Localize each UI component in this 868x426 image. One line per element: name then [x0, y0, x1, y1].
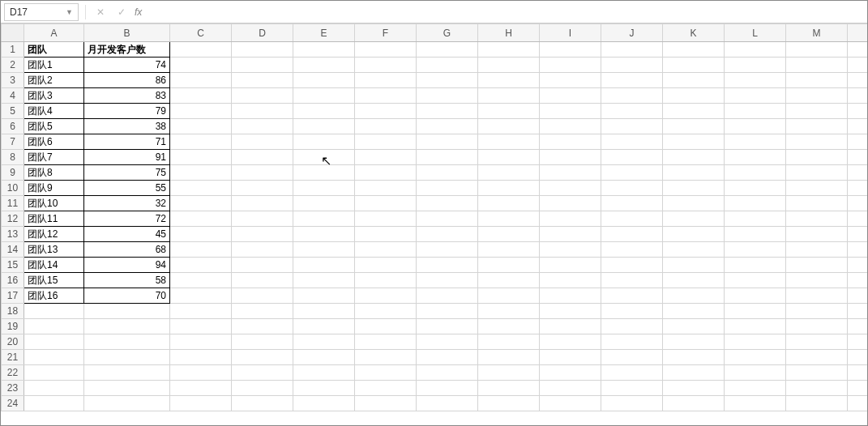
cell[interactable]: [478, 165, 540, 181]
cell[interactable]: [355, 134, 417, 150]
cell[interactable]: [170, 350, 232, 365]
cell[interactable]: [84, 304, 170, 319]
cell[interactable]: [786, 227, 848, 242]
cell[interactable]: [786, 73, 848, 88]
cell[interactable]: [478, 211, 540, 227]
cell[interactable]: [24, 381, 84, 396]
cell[interactable]: [848, 119, 868, 134]
cell[interactable]: [540, 104, 601, 119]
cell[interactable]: [170, 227, 232, 242]
cell[interactable]: [417, 42, 478, 58]
cell[interactable]: [786, 58, 848, 73]
cell[interactable]: [232, 365, 293, 381]
col-header[interactable]: B: [84, 24, 170, 42]
cell[interactable]: [786, 104, 848, 119]
cell[interactable]: [84, 334, 170, 350]
cell[interactable]: [478, 134, 540, 150]
cell[interactable]: [478, 273, 540, 288]
cell[interactable]: 团队3: [24, 88, 84, 104]
cell[interactable]: [786, 319, 848, 334]
row-header[interactable]: 1: [2, 42, 24, 58]
cell[interactable]: [540, 396, 601, 411]
row-header[interactable]: 16: [2, 273, 24, 288]
cell[interactable]: [540, 88, 601, 104]
cell[interactable]: [170, 304, 232, 319]
cell[interactable]: [24, 365, 84, 381]
cell[interactable]: [478, 73, 540, 88]
cell[interactable]: [725, 42, 786, 58]
cell[interactable]: [170, 104, 232, 119]
cell[interactable]: [293, 88, 355, 104]
cell[interactable]: [355, 119, 417, 134]
cell[interactable]: [293, 304, 355, 319]
cell[interactable]: [293, 104, 355, 119]
cell[interactable]: 94: [84, 258, 170, 273]
cell[interactable]: [478, 396, 540, 411]
cell[interactable]: [725, 104, 786, 119]
cell[interactable]: [170, 334, 232, 350]
cell[interactable]: [540, 273, 601, 288]
cell[interactable]: 91: [84, 150, 170, 165]
cell[interactable]: [601, 104, 663, 119]
cell[interactable]: [232, 119, 293, 134]
row-header[interactable]: 6: [2, 119, 24, 134]
cell[interactable]: [663, 288, 725, 304]
cell[interactable]: [848, 134, 868, 150]
cell[interactable]: [170, 396, 232, 411]
cell[interactable]: [663, 273, 725, 288]
cell[interactable]: [355, 288, 417, 304]
cell[interactable]: 团队10: [24, 196, 84, 211]
cell[interactable]: [786, 288, 848, 304]
cell[interactable]: [848, 211, 868, 227]
cell[interactable]: [293, 242, 355, 258]
col-header[interactable]: D: [232, 24, 293, 42]
cell[interactable]: [355, 381, 417, 396]
cell[interactable]: [417, 88, 478, 104]
cell[interactable]: [355, 211, 417, 227]
cell[interactable]: [355, 150, 417, 165]
cell[interactable]: [232, 396, 293, 411]
cell[interactable]: [293, 227, 355, 242]
cell[interactable]: [786, 165, 848, 181]
cell[interactable]: [848, 334, 868, 350]
cell[interactable]: [663, 58, 725, 73]
cell[interactable]: [478, 334, 540, 350]
cell[interactable]: [786, 242, 848, 258]
cell[interactable]: [170, 211, 232, 227]
row-header[interactable]: 14: [2, 242, 24, 258]
cell[interactable]: [663, 242, 725, 258]
row-header[interactable]: 7: [2, 134, 24, 150]
cell[interactable]: [170, 150, 232, 165]
cell[interactable]: [725, 196, 786, 211]
cell[interactable]: [848, 165, 868, 181]
cell[interactable]: [293, 350, 355, 365]
cell[interactable]: [293, 334, 355, 350]
grid-area[interactable]: A B C D E F G H I J K L M N 1团队月开发客户数2团队…: [1, 23, 867, 425]
cell[interactable]: [232, 258, 293, 273]
cell[interactable]: [848, 73, 868, 88]
cell[interactable]: [540, 42, 601, 58]
cell[interactable]: [293, 196, 355, 211]
cell[interactable]: [355, 73, 417, 88]
cell[interactable]: 75: [84, 165, 170, 181]
row-header[interactable]: 21: [2, 350, 24, 365]
cell[interactable]: [601, 304, 663, 319]
cell[interactable]: [786, 181, 848, 196]
cell[interactable]: [848, 258, 868, 273]
cell[interactable]: [293, 119, 355, 134]
cell[interactable]: [786, 350, 848, 365]
cell[interactable]: [601, 273, 663, 288]
cell[interactable]: [170, 73, 232, 88]
cell[interactable]: [601, 365, 663, 381]
cell[interactable]: [663, 88, 725, 104]
spreadsheet-grid[interactable]: A B C D E F G H I J K L M N 1团队月开发客户数2团队…: [1, 23, 867, 411]
cell[interactable]: [540, 365, 601, 381]
cell[interactable]: [170, 381, 232, 396]
cell[interactable]: [478, 58, 540, 73]
cell[interactable]: [293, 134, 355, 150]
cell[interactable]: [663, 119, 725, 134]
cell[interactable]: [725, 288, 786, 304]
cell[interactable]: 团队8: [24, 165, 84, 181]
cell[interactable]: [725, 319, 786, 334]
cell[interactable]: [601, 350, 663, 365]
